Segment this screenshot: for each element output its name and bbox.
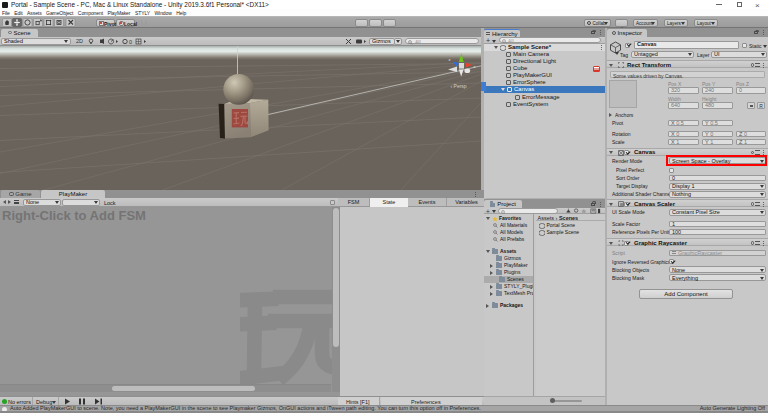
svg-text:z: z — [449, 57, 451, 62]
svg-text:y: y — [460, 48, 462, 53]
svg-text:‹ Persp: ‹ Persp — [451, 82, 467, 88]
svg-text:0: 0 — [129, 38, 132, 44]
svg-text:x: x — [474, 63, 476, 68]
